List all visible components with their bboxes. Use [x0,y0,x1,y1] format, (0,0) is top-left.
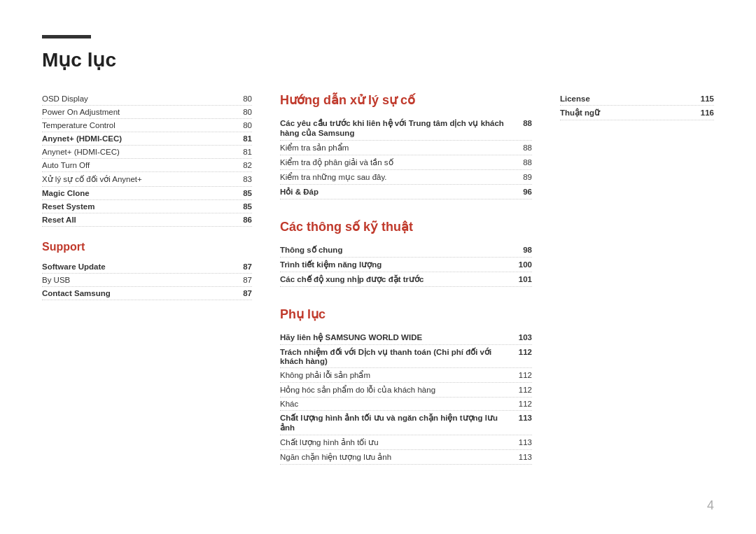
mid-toc-item: Khác112 [280,398,532,411]
mid-toc-item: Các chế độ xung nhịp được đặt trước101 [280,272,532,287]
right-toc-item-label: License [560,94,701,103]
mid-toc-item-label: Trình tiết kiệm năng lượng [280,260,519,269]
mid-toc-item-label: Kiểm tra những mục sau đây. [280,172,523,182]
toc-item-label: Contact Samsung [42,289,243,297]
mid-toc-item-label: Hỏng hóc sản phẩm do lỗi của khách hàng [280,385,519,395]
mid-toc-item: Các yêu cầu trước khi liên hệ với Trung … [280,116,532,141]
right-toc-item-label: Thuật ngữ [560,108,701,118]
toc-item-label: Power On Adjustment [42,108,243,116]
support-heading: Support [42,241,252,253]
toc-item-page: 87 [243,289,252,297]
toc-item-page: 87 [243,276,252,284]
toc-item-page: 85 [243,202,252,211]
top-bar [42,35,91,38]
toc-item-page: 80 [243,108,252,116]
toc-item: Power On Adjustment80 [42,106,252,119]
mid-toc-item-label: Chất lượng hình ảnh tối ưu và ngăn chặn … [280,413,519,433]
toc-item-label: Magic Clone [42,189,243,197]
toc-item-label: Reset System [42,202,243,211]
page-number: 4 [707,498,714,513]
mid-toc-item: Thông số chung98 [280,243,532,258]
toc-item: Magic Clone85 [42,187,252,200]
left-column: OSD Display80Power On Adjustment80Temper… [42,92,252,484]
mid-toc-item: Kiểm tra những mục sau đây.89 [280,170,532,185]
mid-toc-item-page: 112 [519,348,532,356]
toc-item-page: 85 [243,189,252,197]
toc-item: Contact Samsung87 [42,287,252,300]
mid-toc-item: Hỏi & Đáp96 [280,185,532,199]
mid-toc-item-page: 88 [523,143,532,152]
toc-item-page: 80 [243,94,252,103]
mid-toc-item: Ngăn chặn hiện tượng lưu ảnh113 [280,450,532,465]
toc-item: Software Update87 [42,260,252,274]
toc-item: Xử lý sự cố đối với Anynet+83 [42,172,252,187]
toc-item-page: 82 [243,161,252,169]
mid-section-heading: Hướng dẫn xử lý sự cố [280,92,532,108]
mid-toc-item-label: Ngăn chặn hiện tượng lưu ảnh [280,452,519,462]
toc-item-label: Anynet+ (HDMI-CEC) [42,134,243,143]
mid-toc-item-label: Khác [280,400,519,408]
mid-toc-item-page: 113 [519,453,532,461]
toc-item-page: 87 [243,262,252,271]
mid-toc-item: Hỏng hóc sản phẩm do lỗi của khách hàng1… [280,383,532,398]
mid-toc-item-label: Các yêu cầu trước khi liên hệ với Trung … [280,118,523,138]
toc-item-page: 81 [243,148,252,156]
middle-column: Hướng dẫn xử lý sự cốCác yêu cầu trước k… [280,92,532,484]
content-grid: OSD Display80Power On Adjustment80Temper… [42,92,714,484]
mid-toc-item-page: 101 [519,275,532,283]
toc-item: Anynet+ (HDMI-CEC)81 [42,132,252,146]
mid-toc-item-label: Không phải lỗi sản phẩm [280,370,519,380]
mid-section: Hướng dẫn xử lý sự cốCác yêu cầu trước k… [280,92,532,199]
mid-toc-item-label: Hãy liên hệ SAMSUNG WORLD WIDE [280,332,519,342]
page: Mục lục OSD Display80Power On Adjustment… [0,0,756,534]
toc-item: OSD Display80 [42,92,252,106]
mid-toc-item: Trình tiết kiệm năng lượng100 [280,258,532,272]
toc-item: Anynet+ (HDMI-CEC)81 [42,146,252,159]
toc-item-label: Temperature Control [42,121,243,129]
toc-item-page: 80 [243,121,252,129]
mid-toc-item: Trách nhiệm đối với Dịch vụ thanh toán (… [280,345,532,368]
right-column: License115Thuật ngữ116 [560,92,714,484]
mid-toc-item-page: 113 [519,438,532,447]
mid-toc-item-page: 96 [523,188,532,196]
top-section: OSD Display80Power On Adjustment80Temper… [42,92,252,227]
toc-item-label: Anynet+ (HDMI-CEC) [42,148,243,156]
mid-toc-item-label: Thông số chung [280,245,523,255]
toc-item: Temperature Control80 [42,119,252,132]
mid-toc-item: Kiểm tra độ phân giải và tần số88 [280,155,532,170]
toc-item-page: 83 [243,175,252,183]
mid-toc-item-label: Trách nhiệm đối với Dịch vụ thanh toán (… [280,347,519,365]
support-section: Support Software Update87By USB87Contact… [42,241,252,300]
mid-toc-item-page: 88 [523,119,532,127]
toc-item: Reset All86 [42,213,252,227]
toc-item-label: Xử lý sự cố đối với Anynet+ [42,174,243,184]
mid-toc-item: Chất lượng hình ảnh tối ưu và ngăn chặn … [280,411,532,435]
toc-item-label: Software Update [42,262,243,271]
right-toc-item: License115 [560,92,714,106]
mid-toc-item-label: Chất lượng hình ảnh tối ưu [280,437,519,447]
toc-item: Reset System85 [42,200,252,213]
mid-toc-item: Không phải lỗi sản phẩm112 [280,368,532,383]
mid-toc-item-label: Hỏi & Đáp [280,187,523,197]
mid-toc-item-label: Kiểm tra sản phẩm [280,143,523,153]
mid-toc-item-label: Kiểm tra độ phân giải và tần số [280,157,523,167]
mid-section: Phụ lụcHãy liên hệ SAMSUNG WORLD WIDE103… [280,307,532,465]
toc-item-page: 81 [243,134,252,143]
right-toc-item: Thuật ngữ116 [560,106,714,120]
mid-section-heading: Phụ lục [280,307,532,322]
mid-toc-item-page: 88 [523,158,532,167]
toc-item-label: By USB [42,276,243,284]
page-title: Mục lục [42,48,714,71]
mid-toc-item-page: 112 [519,371,532,379]
mid-toc-item-page: 113 [519,414,532,422]
mid-toc-item: Chất lượng hình ảnh tối ưu113 [280,435,532,450]
toc-item: Auto Turn Off82 [42,159,252,172]
mid-section-heading: Các thông số kỹ thuật [280,219,532,234]
toc-item-page: 86 [243,216,252,224]
mid-toc-item-page: 103 [519,333,532,342]
mid-toc-item-page: 100 [519,260,532,269]
toc-item: By USB87 [42,274,252,287]
mid-toc-item-page: 89 [523,173,532,181]
toc-item-label: Auto Turn Off [42,161,243,169]
right-toc-item-page: 116 [701,108,714,117]
